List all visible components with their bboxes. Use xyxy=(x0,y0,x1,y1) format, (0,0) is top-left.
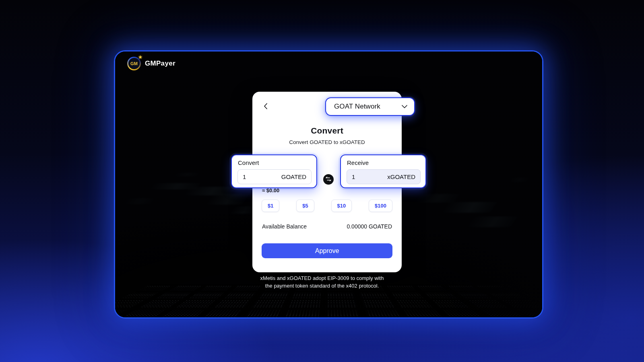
convert-token-label: GOATED xyxy=(281,173,306,180)
convert-box-label: Convert xyxy=(238,159,312,166)
footnote-line-1: xMetis and xGOATED adopt EIP-3009 to com… xyxy=(0,275,644,282)
network-selector[interactable]: GOAT Network xyxy=(325,97,415,116)
quick-amount-10-button[interactable]: $10 xyxy=(331,200,352,212)
app-background: GM ★ GMPayer GOAT Network Convert Conver… xyxy=(0,0,644,362)
receive-amount-value: 1 xyxy=(352,173,355,180)
swap-arrows-icon xyxy=(326,177,331,183)
receive-box-label: Receive xyxy=(347,159,421,166)
convert-card: GOAT Network Convert Convert GOATED to x… xyxy=(252,92,402,272)
quick-amount-1-button[interactable]: $1 xyxy=(262,200,279,212)
available-balance-row: Available Balance 0.00000 GOATED xyxy=(262,223,392,230)
usd-estimate: ≈ $0.00 xyxy=(262,187,279,193)
convert-amount-input[interactable]: 1 GOATED xyxy=(237,169,312,184)
convert-amount-box: Convert 1 GOATED xyxy=(231,154,317,188)
chevron-down-icon xyxy=(401,103,408,110)
brand-logo-row: GM ★ GMPayer xyxy=(127,57,175,70)
gmpayer-logo-icon: GM ★ xyxy=(127,57,141,70)
network-selector-label: GOAT Network xyxy=(334,103,380,111)
footnote-line-2: the payment token standard of the x402 p… xyxy=(0,282,644,290)
quick-amount-row: $1 $5 $10 $100 xyxy=(262,200,392,212)
back-button[interactable] xyxy=(261,102,270,111)
quick-amount-100-button[interactable]: $100 xyxy=(369,200,392,212)
available-balance-label: Available Balance xyxy=(262,223,307,230)
receive-token-label: xGOATED xyxy=(387,173,415,180)
available-balance-value: 0.00000 GOATED xyxy=(347,223,392,230)
page-title: Convert xyxy=(252,126,402,136)
chevron-left-icon xyxy=(264,103,268,111)
swap-direction-button[interactable] xyxy=(323,174,334,185)
quick-amount-5-button[interactable]: $5 xyxy=(296,200,314,212)
receive-amount-box: Receive 1 xGOATED xyxy=(340,154,426,188)
star-icon: ★ xyxy=(138,55,142,60)
brand-name: GMPayer xyxy=(145,60,175,68)
approve-button[interactable]: Approve xyxy=(262,243,392,258)
convert-amount-value[interactable]: 1 xyxy=(243,173,246,180)
page-subtitle: Convert GOATED to xGOATED xyxy=(252,139,402,145)
protocol-footnote: xMetis and xGOATED adopt EIP-3009 to com… xyxy=(0,275,644,290)
receive-amount-input: 1 xGOATED xyxy=(347,169,421,184)
